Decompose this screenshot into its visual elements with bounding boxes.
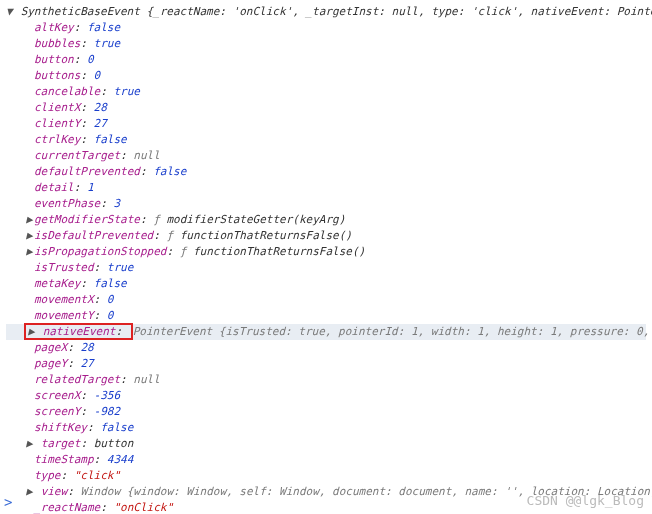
prop-key: detail — [34, 181, 74, 194]
prop-value: true — [107, 261, 134, 274]
object-header[interactable]: ▼ SyntheticBaseEvent {_reactName: 'onCli… — [6, 4, 646, 20]
property-row[interactable]: pageY: 27 — [6, 356, 646, 372]
prop-key: defaultPrevented — [34, 165, 140, 178]
property-row[interactable]: screenY: -982 — [6, 404, 646, 420]
prop-value: false — [94, 277, 127, 290]
prop-key: buttons — [34, 69, 80, 82]
property-nativeEvent[interactable]: ▶ nativeEvent: PointerEvent {isTrusted: … — [6, 324, 646, 340]
property-row[interactable]: ctrlKey: false — [6, 132, 646, 148]
prop-value: 28 — [80, 341, 93, 354]
prop-value: ƒ functionThatReturnsFalse() — [180, 245, 365, 258]
property-row[interactable]: relatedTarget: null — [6, 372, 646, 388]
prop-key: eventPhase — [34, 197, 100, 210]
expand-toggle[interactable]: ▶ — [26, 228, 34, 244]
prop-key: shiftKey — [34, 421, 87, 434]
property-type[interactable]: type: "click" — [6, 468, 646, 484]
property-row[interactable]: button: 0 — [6, 52, 646, 68]
prop-value: null — [133, 149, 160, 162]
prop-value: 3 — [113, 197, 120, 210]
prop-key: cancelable — [34, 85, 100, 98]
prop-value: 0 — [87, 53, 94, 66]
prop-key: type — [34, 469, 61, 482]
property-row[interactable]: ▶isPropagationStopped: ƒ functionThatRet… — [6, 244, 646, 260]
property-row[interactable]: bubbles: true — [6, 36, 646, 52]
prop-key: movementY — [34, 309, 94, 322]
prop-key: view — [41, 485, 68, 498]
expand-toggle[interactable]: ▶ — [26, 244, 34, 260]
header-preview: {_reactName: 'onClick', _targetInst: nul… — [146, 5, 652, 18]
prop-key: currentTarget — [34, 149, 120, 162]
prop-value: -356 — [94, 389, 121, 402]
prop-value: 4344 — [107, 453, 134, 466]
prop-value: "onClick" — [113, 501, 173, 514]
prop-key: pageY — [34, 357, 67, 370]
prop-key: button — [34, 53, 74, 66]
prop-value: false — [100, 421, 133, 434]
prop-value: ƒ modifierStateGetter(keyArg) — [153, 213, 345, 226]
property-row[interactable]: clientX: 28 — [6, 100, 646, 116]
watermark: CSDN @@lgk_Blog — [527, 493, 644, 508]
property-row[interactable]: screenX: -356 — [6, 388, 646, 404]
property-row[interactable]: eventPhase: 3 — [6, 196, 646, 212]
prop-value: 0 — [107, 293, 114, 306]
property-row[interactable]: altKey: false — [6, 20, 646, 36]
property-row[interactable]: movementY: 0 — [6, 308, 646, 324]
prop-key: screenX — [34, 389, 80, 402]
expand-toggle[interactable]: ▶ — [26, 436, 34, 452]
prop-key: isTrusted — [34, 261, 94, 274]
prop-key: screenY — [34, 405, 80, 418]
prop-value: 28 — [94, 101, 107, 114]
prop-value: 0 — [107, 309, 114, 322]
prop-key: altKey — [34, 21, 74, 34]
expand-toggle[interactable]: ▼ — [6, 4, 14, 20]
prop-type: PointerEvent {isTrusted: true, pointerId… — [133, 325, 652, 338]
prop-value: ƒ functionThatReturnsFalse() — [166, 229, 351, 242]
property-row[interactable]: shiftKey: false — [6, 420, 646, 436]
prop-key: bubbles — [34, 37, 80, 50]
property-row[interactable]: metaKey: false — [6, 276, 646, 292]
prop-value: null — [133, 373, 160, 386]
prop-key: getModifierState — [34, 213, 140, 226]
expand-toggle[interactable]: ▶ — [26, 484, 34, 500]
property-row[interactable]: clientY: 27 — [6, 116, 646, 132]
prop-value: false — [87, 21, 120, 34]
property-row[interactable]: timeStamp: 4344 — [6, 452, 646, 468]
prop-key: isDefaultPrevented — [34, 229, 153, 242]
console-prompt[interactable]: > — [4, 494, 12, 510]
property-row[interactable]: defaultPrevented: false — [6, 164, 646, 180]
prop-key: ctrlKey — [34, 133, 80, 146]
prop-value: false — [153, 165, 186, 178]
property-row[interactable]: ▶getModifierState: ƒ modifierStateGetter… — [6, 212, 646, 228]
property-row[interactable]: buttons: 0 — [6, 68, 646, 84]
property-row[interactable]: movementX: 0 — [6, 292, 646, 308]
prop-value: 27 — [80, 357, 93, 370]
prop-key: relatedTarget — [34, 373, 120, 386]
class-name: SyntheticBaseEvent — [21, 5, 140, 18]
prop-key: _reactName — [34, 501, 100, 514]
prop-key: isPropagationStopped — [34, 245, 166, 258]
prop-value: button — [94, 437, 134, 450]
prop-key: pageX — [34, 341, 67, 354]
property-row[interactable]: pageX: 28 — [6, 340, 646, 356]
property-row[interactable]: ▶isDefaultPrevented: ƒ functionThatRetur… — [6, 228, 646, 244]
prop-value: 0 — [94, 69, 101, 82]
property-row[interactable]: currentTarget: null — [6, 148, 646, 164]
prop-value: 27 — [94, 117, 107, 130]
expand-toggle[interactable]: ▶ — [26, 212, 34, 228]
prop-value: -982 — [94, 405, 121, 418]
property-row[interactable]: cancelable: true — [6, 84, 646, 100]
prop-key: clientY — [34, 117, 80, 130]
prop-value: false — [94, 133, 127, 146]
property-row[interactable]: detail: 1 — [6, 180, 646, 196]
prop-value: true — [94, 37, 121, 50]
property-row[interactable]: isTrusted: true — [6, 260, 646, 276]
prop-value: "click" — [74, 469, 120, 482]
prop-key: metaKey — [34, 277, 80, 290]
property-target[interactable]: ▶ target: button — [6, 436, 646, 452]
expand-toggle[interactable]: ▶ — [28, 324, 36, 340]
prop-value: 1 — [87, 181, 94, 194]
prop-value: true — [113, 85, 140, 98]
prop-key: target — [41, 437, 81, 450]
prop-key: nativeEvent — [43, 325, 116, 338]
prop-key: clientX — [34, 101, 80, 114]
